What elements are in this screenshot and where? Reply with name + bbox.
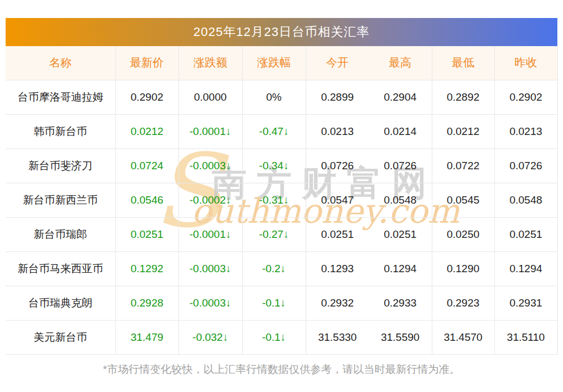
cell-pct: -0.31↓ <box>242 183 306 217</box>
cell-change: -0.0003↓ <box>178 148 242 183</box>
cell-open: 0.2899 <box>306 80 369 114</box>
table-row: 新台币新西兰币 0.0546 -0.0002↓ -0.31↓ 0.0547 0.… <box>6 183 557 217</box>
cell-open: 0.1293 <box>306 251 369 286</box>
cell-change: -0.032↓ <box>178 320 242 354</box>
rates-table-container: S 南方财富网 outhmoney.com 名称 最新价 涨跌额 涨跌幅 今开 … <box>6 46 557 355</box>
cell-pct: -0.1↓ <box>242 286 306 320</box>
cell-latest: 31.479 <box>115 320 178 354</box>
cell-pct: 0% <box>242 80 306 114</box>
cell-pct: -0.27↓ <box>242 217 306 251</box>
table-row: 美元新台币 31.479 -0.032↓ -0.1↓ 31.5330 31.55… <box>6 320 557 354</box>
cell-latest: 0.1292 <box>115 251 178 286</box>
cell-prev: 0.2902 <box>494 80 557 114</box>
cell-latest: 0.0724 <box>115 148 178 183</box>
cell-pct: -0.2↓ <box>242 251 306 286</box>
cell-latest: 0.0546 <box>115 183 178 217</box>
cell-latest: 0.2902 <box>115 80 178 114</box>
cell-pct: -0.34↓ <box>242 148 306 183</box>
cell-prev: 31.5110 <box>494 320 557 354</box>
cell-high: 0.0214 <box>369 114 432 148</box>
cell-name: 台币瑞典克朗 <box>6 286 115 320</box>
cell-latest: 0.0251 <box>115 217 178 251</box>
title-bar: 2025年12月23日台币相关汇率 <box>6 18 557 46</box>
rates-table: 名称 最新价 涨跌额 涨跌幅 今开 最高 最低 昨收 台币摩洛哥迪拉姆 0.29… <box>6 46 558 355</box>
cell-prev: 0.1294 <box>494 251 557 286</box>
cell-open: 0.2932 <box>306 286 369 320</box>
cell-high: 0.2904 <box>369 80 432 114</box>
cell-change: 0.0000 <box>178 80 242 114</box>
cell-prev: 0.2931 <box>494 286 557 320</box>
cell-pct: -0.47↓ <box>242 114 306 148</box>
cell-prev: 0.0726 <box>494 148 557 183</box>
cell-prev: 0.0213 <box>494 114 557 148</box>
cell-name: 台币摩洛哥迪拉姆 <box>6 80 115 114</box>
page-title: 2025年12月23日台币相关汇率 <box>194 24 370 40</box>
cell-change: -0.0003↓ <box>178 251 242 286</box>
cell-prev: 0.0548 <box>494 183 557 217</box>
table-row: 新台币马来西亚币 0.1292 -0.0003↓ -0.2↓ 0.1293 0.… <box>6 251 557 286</box>
cell-low: 0.0722 <box>432 148 494 183</box>
table-row: 新台币瑞郎 0.0251 -0.0001↓ -0.27↓ 0.0251 0.02… <box>6 217 557 251</box>
cell-change: -0.0002↓ <box>178 183 242 217</box>
cell-low: 0.1290 <box>432 251 494 286</box>
cell-low: 0.0545 <box>432 183 494 217</box>
cell-change: -0.0003↓ <box>178 286 242 320</box>
cell-name: 新台币马来西亚币 <box>6 251 115 286</box>
col-header-name: 名称 <box>6 46 115 80</box>
col-header-pct: 涨跌幅 <box>242 46 306 80</box>
page: 2025年12月23日台币相关汇率 S 南方财富网 outhmoney.com … <box>0 0 563 392</box>
cell-low: 0.2892 <box>432 80 494 114</box>
cell-open: 0.0547 <box>306 183 369 217</box>
cell-low: 0.2923 <box>432 286 494 320</box>
col-header-latest: 最新价 <box>115 46 178 80</box>
cell-low: 0.0250 <box>432 217 494 251</box>
col-header-change: 涨跌额 <box>178 46 242 80</box>
col-header-open: 今开 <box>306 46 369 80</box>
cell-name: 韩币新台币 <box>6 114 115 148</box>
table-row: 台币瑞典克朗 0.2928 -0.0003↓ -0.1↓ 0.2932 0.29… <box>6 286 557 320</box>
cell-prev: 0.0251 <box>494 217 557 251</box>
cell-high: 31.5590 <box>369 320 432 354</box>
cell-name: 美元新台币 <box>6 320 115 354</box>
cell-high: 0.0726 <box>369 148 432 183</box>
header-row: 名称 最新价 涨跌额 涨跌幅 今开 最高 最低 昨收 <box>6 46 557 80</box>
cell-high: 0.0548 <box>369 183 432 217</box>
cell-pct: -0.1↓ <box>242 320 306 354</box>
cell-change: -0.0001↓ <box>178 114 242 148</box>
col-header-low: 最低 <box>432 46 494 80</box>
table-row: 台币摩洛哥迪拉姆 0.2902 0.0000 0% 0.2899 0.2904 … <box>6 80 557 114</box>
col-header-prev: 昨收 <box>494 46 557 80</box>
disclaimer-note: *市场行情变化较快，以上汇率行情数据仅供参考，请以当时最新行情为准。 <box>0 362 563 377</box>
cell-low: 0.0212 <box>432 114 494 148</box>
cell-open: 0.0213 <box>306 114 369 148</box>
cell-name: 新台币斐济刀 <box>6 148 115 183</box>
cell-latest: 0.0212 <box>115 114 178 148</box>
table-row: 韩币新台币 0.0212 -0.0001↓ -0.47↓ 0.0213 0.02… <box>6 114 557 148</box>
cell-name: 新台币新西兰币 <box>6 183 115 217</box>
cell-high: 0.2933 <box>369 286 432 320</box>
cell-open: 0.0251 <box>306 217 369 251</box>
cell-high: 0.1294 <box>369 251 432 286</box>
col-header-high: 最高 <box>369 46 432 80</box>
cell-high: 0.0251 <box>369 217 432 251</box>
cell-open: 31.5330 <box>306 320 369 354</box>
table-row: 新台币斐济刀 0.0724 -0.0003↓ -0.34↓ 0.0726 0.0… <box>6 148 557 183</box>
cell-name: 新台币瑞郎 <box>6 217 115 251</box>
cell-change: -0.0001↓ <box>178 217 242 251</box>
cell-open: 0.0726 <box>306 148 369 183</box>
cell-low: 31.4570 <box>432 320 494 354</box>
cell-latest: 0.2928 <box>115 286 178 320</box>
